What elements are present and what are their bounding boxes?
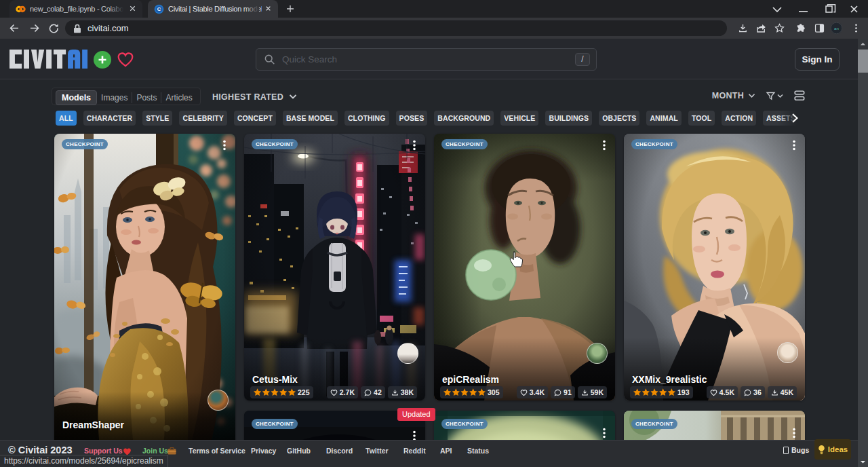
svg-text:C: C xyxy=(157,6,161,12)
svg-text:an: an xyxy=(834,26,839,31)
